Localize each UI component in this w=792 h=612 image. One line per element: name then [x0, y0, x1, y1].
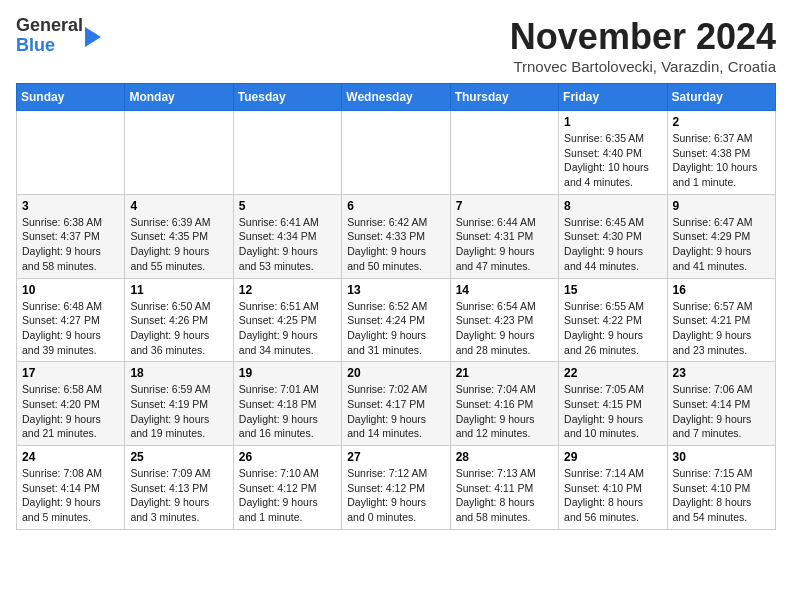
calendar-cell-w2-d2: 12Sunrise: 6:51 AM Sunset: 4:25 PM Dayli…	[233, 278, 341, 362]
day-number: 23	[673, 366, 770, 380]
calendar-cell-w0-d0	[17, 111, 125, 195]
calendar-cell-w1-d0: 3Sunrise: 6:38 AM Sunset: 4:37 PM Daylig…	[17, 194, 125, 278]
day-number: 27	[347, 450, 444, 464]
day-number: 13	[347, 283, 444, 297]
day-info: Sunrise: 6:52 AM Sunset: 4:24 PM Dayligh…	[347, 299, 444, 358]
day-number: 24	[22, 450, 119, 464]
calendar-cell-w3-d1: 18Sunrise: 6:59 AM Sunset: 4:19 PM Dayli…	[125, 362, 233, 446]
col-header-friday: Friday	[559, 84, 667, 111]
col-header-tuesday: Tuesday	[233, 84, 341, 111]
day-info: Sunrise: 6:47 AM Sunset: 4:29 PM Dayligh…	[673, 215, 770, 274]
calendar-cell-w3-d3: 20Sunrise: 7:02 AM Sunset: 4:17 PM Dayli…	[342, 362, 450, 446]
calendar-table: SundayMondayTuesdayWednesdayThursdayFrid…	[16, 83, 776, 530]
calendar-cell-w1-d2: 5Sunrise: 6:41 AM Sunset: 4:34 PM Daylig…	[233, 194, 341, 278]
day-number: 3	[22, 199, 119, 213]
day-number: 21	[456, 366, 553, 380]
page-header: General Blue November 2024 Trnovec Barto…	[16, 16, 776, 75]
col-header-wednesday: Wednesday	[342, 84, 450, 111]
logo-blue: Blue	[16, 35, 55, 55]
calendar-cell-w1-d6: 9Sunrise: 6:47 AM Sunset: 4:29 PM Daylig…	[667, 194, 775, 278]
day-info: Sunrise: 6:59 AM Sunset: 4:19 PM Dayligh…	[130, 382, 227, 441]
day-number: 16	[673, 283, 770, 297]
calendar-cell-w4-d0: 24Sunrise: 7:08 AM Sunset: 4:14 PM Dayli…	[17, 446, 125, 530]
day-info: Sunrise: 7:09 AM Sunset: 4:13 PM Dayligh…	[130, 466, 227, 525]
calendar-cell-w1-d3: 6Sunrise: 6:42 AM Sunset: 4:33 PM Daylig…	[342, 194, 450, 278]
day-info: Sunrise: 6:54 AM Sunset: 4:23 PM Dayligh…	[456, 299, 553, 358]
day-info: Sunrise: 6:50 AM Sunset: 4:26 PM Dayligh…	[130, 299, 227, 358]
day-info: Sunrise: 7:14 AM Sunset: 4:10 PM Dayligh…	[564, 466, 661, 525]
day-number: 5	[239, 199, 336, 213]
day-info: Sunrise: 7:13 AM Sunset: 4:11 PM Dayligh…	[456, 466, 553, 525]
day-number: 28	[456, 450, 553, 464]
calendar-cell-w2-d3: 13Sunrise: 6:52 AM Sunset: 4:24 PM Dayli…	[342, 278, 450, 362]
day-info: Sunrise: 7:06 AM Sunset: 4:14 PM Dayligh…	[673, 382, 770, 441]
day-info: Sunrise: 7:01 AM Sunset: 4:18 PM Dayligh…	[239, 382, 336, 441]
day-number: 17	[22, 366, 119, 380]
day-info: Sunrise: 6:35 AM Sunset: 4:40 PM Dayligh…	[564, 131, 661, 190]
day-number: 6	[347, 199, 444, 213]
col-header-thursday: Thursday	[450, 84, 558, 111]
calendar-cell-w0-d2	[233, 111, 341, 195]
calendar-cell-w1-d5: 8Sunrise: 6:45 AM Sunset: 4:30 PM Daylig…	[559, 194, 667, 278]
day-info: Sunrise: 7:05 AM Sunset: 4:15 PM Dayligh…	[564, 382, 661, 441]
day-number: 11	[130, 283, 227, 297]
day-number: 10	[22, 283, 119, 297]
calendar-cell-w3-d2: 19Sunrise: 7:01 AM Sunset: 4:18 PM Dayli…	[233, 362, 341, 446]
calendar-cell-w2-d5: 15Sunrise: 6:55 AM Sunset: 4:22 PM Dayli…	[559, 278, 667, 362]
calendar-cell-w0-d5: 1Sunrise: 6:35 AM Sunset: 4:40 PM Daylig…	[559, 111, 667, 195]
day-number: 12	[239, 283, 336, 297]
day-info: Sunrise: 7:12 AM Sunset: 4:12 PM Dayligh…	[347, 466, 444, 525]
calendar-cell-w2-d6: 16Sunrise: 6:57 AM Sunset: 4:21 PM Dayli…	[667, 278, 775, 362]
calendar-cell-w0-d6: 2Sunrise: 6:37 AM Sunset: 4:38 PM Daylig…	[667, 111, 775, 195]
calendar-cell-w0-d1	[125, 111, 233, 195]
logo-arrow-icon	[85, 27, 101, 47]
day-number: 14	[456, 283, 553, 297]
day-number: 9	[673, 199, 770, 213]
calendar-cell-w1-d4: 7Sunrise: 6:44 AM Sunset: 4:31 PM Daylig…	[450, 194, 558, 278]
day-info: Sunrise: 6:45 AM Sunset: 4:30 PM Dayligh…	[564, 215, 661, 274]
title-area: November 2024 Trnovec Bartolovecki, Vara…	[510, 16, 776, 75]
calendar-cell-w4-d3: 27Sunrise: 7:12 AM Sunset: 4:12 PM Dayli…	[342, 446, 450, 530]
calendar-cell-w2-d0: 10Sunrise: 6:48 AM Sunset: 4:27 PM Dayli…	[17, 278, 125, 362]
day-info: Sunrise: 6:55 AM Sunset: 4:22 PM Dayligh…	[564, 299, 661, 358]
location-subtitle: Trnovec Bartolovecki, Varazdin, Croatia	[510, 58, 776, 75]
day-info: Sunrise: 7:10 AM Sunset: 4:12 PM Dayligh…	[239, 466, 336, 525]
calendar-cell-w2-d1: 11Sunrise: 6:50 AM Sunset: 4:26 PM Dayli…	[125, 278, 233, 362]
day-info: Sunrise: 6:51 AM Sunset: 4:25 PM Dayligh…	[239, 299, 336, 358]
day-info: Sunrise: 6:44 AM Sunset: 4:31 PM Dayligh…	[456, 215, 553, 274]
calendar-cell-w3-d0: 17Sunrise: 6:58 AM Sunset: 4:20 PM Dayli…	[17, 362, 125, 446]
day-info: Sunrise: 6:58 AM Sunset: 4:20 PM Dayligh…	[22, 382, 119, 441]
day-number: 8	[564, 199, 661, 213]
calendar-cell-w2-d4: 14Sunrise: 6:54 AM Sunset: 4:23 PM Dayli…	[450, 278, 558, 362]
logo-text: General Blue	[16, 16, 101, 56]
calendar-cell-w1-d1: 4Sunrise: 6:39 AM Sunset: 4:35 PM Daylig…	[125, 194, 233, 278]
day-number: 1	[564, 115, 661, 129]
day-info: Sunrise: 6:38 AM Sunset: 4:37 PM Dayligh…	[22, 215, 119, 274]
calendar-cell-w3-d5: 22Sunrise: 7:05 AM Sunset: 4:15 PM Dayli…	[559, 362, 667, 446]
day-info: Sunrise: 6:41 AM Sunset: 4:34 PM Dayligh…	[239, 215, 336, 274]
col-header-saturday: Saturday	[667, 84, 775, 111]
day-number: 18	[130, 366, 227, 380]
month-title: November 2024	[510, 16, 776, 58]
calendar-cell-w4-d1: 25Sunrise: 7:09 AM Sunset: 4:13 PM Dayli…	[125, 446, 233, 530]
day-info: Sunrise: 7:02 AM Sunset: 4:17 PM Dayligh…	[347, 382, 444, 441]
day-info: Sunrise: 6:48 AM Sunset: 4:27 PM Dayligh…	[22, 299, 119, 358]
day-number: 29	[564, 450, 661, 464]
calendar-cell-w3-d6: 23Sunrise: 7:06 AM Sunset: 4:14 PM Dayli…	[667, 362, 775, 446]
day-number: 25	[130, 450, 227, 464]
day-info: Sunrise: 7:04 AM Sunset: 4:16 PM Dayligh…	[456, 382, 553, 441]
calendar-cell-w0-d4	[450, 111, 558, 195]
day-info: Sunrise: 6:39 AM Sunset: 4:35 PM Dayligh…	[130, 215, 227, 274]
day-info: Sunrise: 6:57 AM Sunset: 4:21 PM Dayligh…	[673, 299, 770, 358]
day-number: 4	[130, 199, 227, 213]
day-number: 22	[564, 366, 661, 380]
day-number: 26	[239, 450, 336, 464]
day-info: Sunrise: 6:42 AM Sunset: 4:33 PM Dayligh…	[347, 215, 444, 274]
day-number: 20	[347, 366, 444, 380]
calendar-cell-w0-d3	[342, 111, 450, 195]
calendar-cell-w4-d2: 26Sunrise: 7:10 AM Sunset: 4:12 PM Dayli…	[233, 446, 341, 530]
calendar-cell-w4-d6: 30Sunrise: 7:15 AM Sunset: 4:10 PM Dayli…	[667, 446, 775, 530]
col-header-monday: Monday	[125, 84, 233, 111]
day-number: 30	[673, 450, 770, 464]
day-number: 7	[456, 199, 553, 213]
